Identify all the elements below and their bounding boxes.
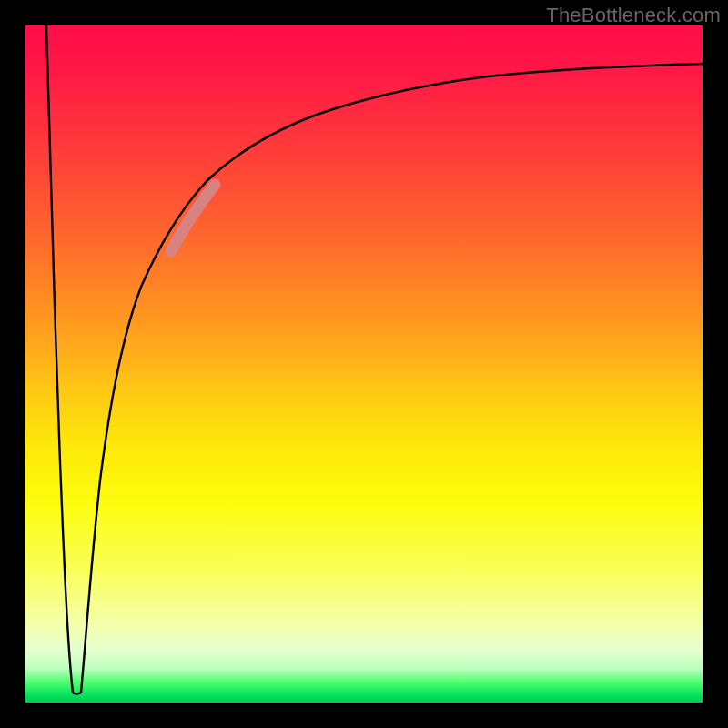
curve-layer (25, 25, 703, 703)
left-descending-curve (46, 25, 73, 693)
chart-frame: TheBottleneck.com (0, 0, 728, 728)
plot-area (25, 25, 703, 703)
valley-bottom (73, 693, 81, 694)
watermark-text: TheBottleneck.com (546, 4, 721, 27)
main-ascending-curve (81, 64, 703, 693)
